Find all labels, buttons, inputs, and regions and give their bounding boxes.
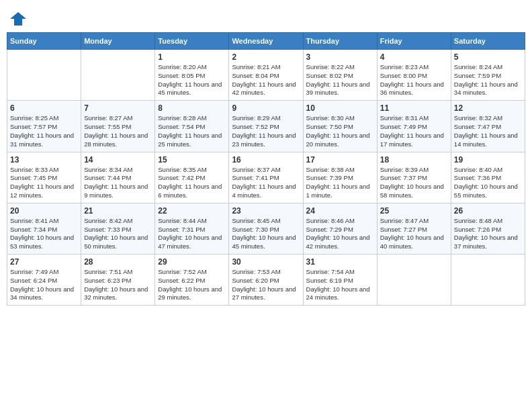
column-header-thursday: Thursday xyxy=(303,33,377,50)
day-info: Sunrise: 8:22 AM Sunset: 8:02 PM Dayligh… xyxy=(306,63,374,97)
day-number: 27 xyxy=(10,257,78,267)
svg-marker-0 xyxy=(10,12,26,26)
day-info: Sunrise: 8:45 AM Sunset: 7:30 PM Dayligh… xyxy=(232,217,300,251)
day-info: Sunrise: 8:34 AM Sunset: 7:44 PM Dayligh… xyxy=(84,166,152,200)
day-number: 29 xyxy=(158,257,226,267)
calendar-cell: 20Sunrise: 8:41 AM Sunset: 7:34 PM Dayli… xyxy=(7,203,81,254)
day-number: 22 xyxy=(158,206,226,216)
calendar-cell: 13Sunrise: 8:33 AM Sunset: 7:45 PM Dayli… xyxy=(7,152,81,203)
day-number: 25 xyxy=(380,206,448,216)
day-info: Sunrise: 8:46 AM Sunset: 7:29 PM Dayligh… xyxy=(306,217,374,251)
day-info: Sunrise: 8:30 AM Sunset: 7:50 PM Dayligh… xyxy=(306,114,374,148)
week-row-1: 1Sunrise: 8:20 AM Sunset: 8:05 PM Daylig… xyxy=(7,50,525,101)
day-number: 16 xyxy=(232,155,300,165)
day-info: Sunrise: 8:39 AM Sunset: 7:37 PM Dayligh… xyxy=(380,166,448,200)
day-info: Sunrise: 7:53 AM Sunset: 6:20 PM Dayligh… xyxy=(232,268,300,302)
calendar-cell: 4Sunrise: 8:23 AM Sunset: 8:00 PM Daylig… xyxy=(377,50,451,101)
day-info: Sunrise: 8:48 AM Sunset: 7:26 PM Dayligh… xyxy=(454,217,522,251)
day-number: 5 xyxy=(454,52,522,62)
calendar-cell xyxy=(451,255,525,306)
day-number: 17 xyxy=(306,155,374,165)
day-info: Sunrise: 8:38 AM Sunset: 7:39 PM Dayligh… xyxy=(306,166,374,200)
day-info: Sunrise: 7:51 AM Sunset: 6:23 PM Dayligh… xyxy=(84,268,152,302)
day-info: Sunrise: 8:35 AM Sunset: 7:42 PM Dayligh… xyxy=(158,166,226,200)
calendar-cell: 6Sunrise: 8:25 AM Sunset: 7:57 PM Daylig… xyxy=(7,101,81,152)
calendar-cell: 16Sunrise: 8:37 AM Sunset: 7:41 PM Dayli… xyxy=(229,152,303,203)
day-info: Sunrise: 8:44 AM Sunset: 7:31 PM Dayligh… xyxy=(158,217,226,251)
calendar-cell: 14Sunrise: 8:34 AM Sunset: 7:44 PM Dayli… xyxy=(81,152,155,203)
calendar-cell: 28Sunrise: 7:51 AM Sunset: 6:23 PM Dayli… xyxy=(81,255,155,306)
day-number: 15 xyxy=(158,155,226,165)
day-number: 7 xyxy=(84,103,152,113)
calendar-cell: 15Sunrise: 8:35 AM Sunset: 7:42 PM Dayli… xyxy=(155,152,229,203)
day-info: Sunrise: 8:40 AM Sunset: 7:36 PM Dayligh… xyxy=(454,166,522,200)
day-info: Sunrise: 8:33 AM Sunset: 7:45 PM Dayligh… xyxy=(10,166,78,200)
day-number: 2 xyxy=(232,52,300,62)
calendar-cell: 1Sunrise: 8:20 AM Sunset: 8:05 PM Daylig… xyxy=(155,50,229,101)
day-number: 9 xyxy=(232,103,300,113)
day-info: Sunrise: 8:23 AM Sunset: 8:00 PM Dayligh… xyxy=(380,63,448,97)
calendar-cell: 19Sunrise: 8:40 AM Sunset: 7:36 PM Dayli… xyxy=(451,152,525,203)
day-info: Sunrise: 8:42 AM Sunset: 7:33 PM Dayligh… xyxy=(84,217,152,251)
calendar-cell: 17Sunrise: 8:38 AM Sunset: 7:39 PM Dayli… xyxy=(303,152,377,203)
calendar-cell: 2Sunrise: 8:21 AM Sunset: 8:04 PM Daylig… xyxy=(229,50,303,101)
day-number: 28 xyxy=(84,257,152,267)
calendar-cell: 27Sunrise: 7:49 AM Sunset: 6:24 PM Dayli… xyxy=(7,255,81,306)
week-row-4: 20Sunrise: 8:41 AM Sunset: 7:34 PM Dayli… xyxy=(7,203,525,254)
calendar-cell: 26Sunrise: 8:48 AM Sunset: 7:26 PM Dayli… xyxy=(451,203,525,254)
day-info: Sunrise: 8:32 AM Sunset: 7:47 PM Dayligh… xyxy=(454,114,522,148)
day-number: 13 xyxy=(10,155,78,165)
week-row-2: 6Sunrise: 8:25 AM Sunset: 7:57 PM Daylig… xyxy=(7,101,525,152)
calendar-cell: 21Sunrise: 8:42 AM Sunset: 7:33 PM Dayli… xyxy=(81,203,155,254)
calendar-cell: 10Sunrise: 8:30 AM Sunset: 7:50 PM Dayli… xyxy=(303,101,377,152)
day-info: Sunrise: 8:21 AM Sunset: 8:04 PM Dayligh… xyxy=(232,63,300,97)
day-info: Sunrise: 7:49 AM Sunset: 6:24 PM Dayligh… xyxy=(10,268,78,302)
calendar-cell: 24Sunrise: 8:46 AM Sunset: 7:29 PM Dayli… xyxy=(303,203,377,254)
day-number: 14 xyxy=(84,155,152,165)
page-header xyxy=(7,7,525,28)
calendar-cell: 23Sunrise: 8:45 AM Sunset: 7:30 PM Dayli… xyxy=(229,203,303,254)
column-header-saturday: Saturday xyxy=(451,33,525,50)
day-info: Sunrise: 8:24 AM Sunset: 7:59 PM Dayligh… xyxy=(454,63,522,97)
calendar-cell: 18Sunrise: 8:39 AM Sunset: 7:37 PM Dayli… xyxy=(377,152,451,203)
column-header-wednesday: Wednesday xyxy=(229,33,303,50)
day-info: Sunrise: 7:54 AM Sunset: 6:19 PM Dayligh… xyxy=(306,268,374,302)
calendar-cell: 3Sunrise: 8:22 AM Sunset: 8:02 PM Daylig… xyxy=(303,50,377,101)
day-number: 24 xyxy=(306,206,374,216)
logo-icon xyxy=(9,9,28,28)
day-info: Sunrise: 8:41 AM Sunset: 7:34 PM Dayligh… xyxy=(10,217,78,251)
calendar-cell: 7Sunrise: 8:27 AM Sunset: 7:55 PM Daylig… xyxy=(81,101,155,152)
day-info: Sunrise: 8:28 AM Sunset: 7:54 PM Dayligh… xyxy=(158,114,226,148)
week-row-3: 13Sunrise: 8:33 AM Sunset: 7:45 PM Dayli… xyxy=(7,152,525,203)
day-number: 23 xyxy=(232,206,300,216)
column-header-tuesday: Tuesday xyxy=(155,33,229,50)
day-info: Sunrise: 8:31 AM Sunset: 7:49 PM Dayligh… xyxy=(380,114,448,148)
day-info: Sunrise: 8:27 AM Sunset: 7:55 PM Dayligh… xyxy=(84,114,152,148)
logo xyxy=(7,9,28,28)
week-row-5: 27Sunrise: 7:49 AM Sunset: 6:24 PM Dayli… xyxy=(7,255,525,306)
day-number: 10 xyxy=(306,103,374,113)
calendar-cell: 8Sunrise: 8:28 AM Sunset: 7:54 PM Daylig… xyxy=(155,101,229,152)
day-info: Sunrise: 7:52 AM Sunset: 6:22 PM Dayligh… xyxy=(158,268,226,302)
day-number: 3 xyxy=(306,52,374,62)
calendar-cell: 9Sunrise: 8:29 AM Sunset: 7:52 PM Daylig… xyxy=(229,101,303,152)
day-number: 20 xyxy=(10,206,78,216)
calendar-cell xyxy=(7,50,81,101)
day-number: 4 xyxy=(380,52,448,62)
calendar-cell: 11Sunrise: 8:31 AM Sunset: 7:49 PM Dayli… xyxy=(377,101,451,152)
calendar-cell: 12Sunrise: 8:32 AM Sunset: 7:47 PM Dayli… xyxy=(451,101,525,152)
day-number: 11 xyxy=(380,103,448,113)
calendar-table: SundayMondayTuesdayWednesdayThursdayFrid… xyxy=(7,32,525,306)
day-number: 31 xyxy=(306,257,374,267)
day-number: 6 xyxy=(10,103,78,113)
column-header-friday: Friday xyxy=(377,33,451,50)
calendar-cell: 5Sunrise: 8:24 AM Sunset: 7:59 PM Daylig… xyxy=(451,50,525,101)
calendar-cell: 30Sunrise: 7:53 AM Sunset: 6:20 PM Dayli… xyxy=(229,255,303,306)
column-header-sunday: Sunday xyxy=(7,33,81,50)
day-info: Sunrise: 8:25 AM Sunset: 7:57 PM Dayligh… xyxy=(10,114,78,148)
calendar-cell xyxy=(377,255,451,306)
day-info: Sunrise: 8:29 AM Sunset: 7:52 PM Dayligh… xyxy=(232,114,300,148)
day-info: Sunrise: 8:47 AM Sunset: 7:27 PM Dayligh… xyxy=(380,217,448,251)
day-number: 19 xyxy=(454,155,522,165)
calendar-cell: 25Sunrise: 8:47 AM Sunset: 7:27 PM Dayli… xyxy=(377,203,451,254)
